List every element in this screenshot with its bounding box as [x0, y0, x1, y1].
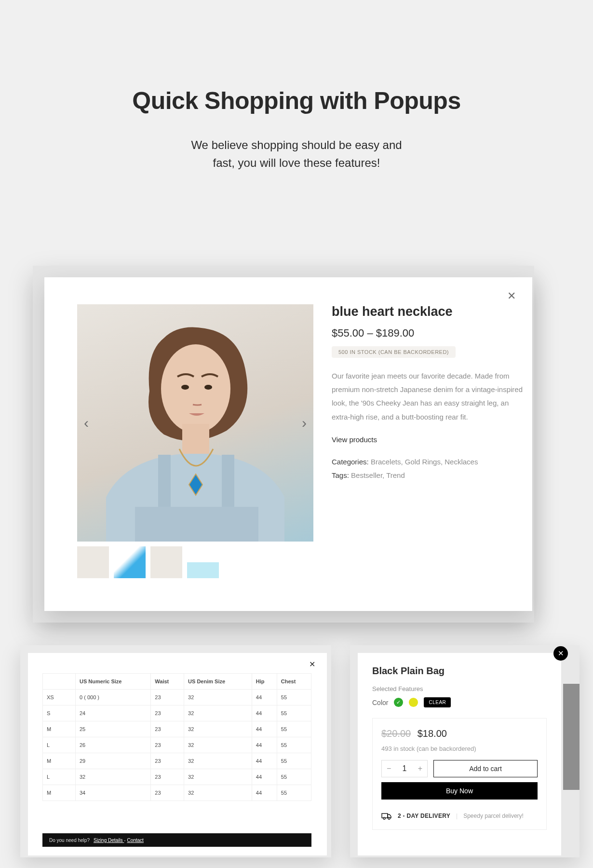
product-description: Our favorite jean meets our favorite dec… — [332, 369, 525, 424]
size-chart-header: US Numeric Size — [76, 674, 151, 690]
table-row: M2923324455 — [43, 753, 311, 769]
categories-list[interactable]: Bracelets, Gold Rings, Necklaces — [371, 458, 478, 466]
table-cell: 55 — [277, 785, 311, 801]
quickview-modal: ✕ — [44, 277, 532, 611]
svg-point-9 — [388, 817, 390, 819]
product-thumbnails — [77, 546, 219, 578]
size-chart-header: Waist — [151, 674, 184, 690]
svg-point-8 — [383, 817, 385, 819]
table-cell: 25 — [76, 721, 151, 737]
table-cell: 32 — [184, 721, 252, 737]
table-cell: 44 — [252, 721, 277, 737]
svg-rect-1 — [182, 424, 209, 458]
size-chart-header: Chest — [277, 674, 311, 690]
product-price: $55.00 – $189.00 — [332, 327, 525, 339]
table-cell: 44 — [252, 737, 277, 753]
background-strip — [563, 684, 580, 790]
table-cell: 44 — [252, 705, 277, 721]
table-row: L3223324455 — [43, 769, 311, 785]
thumbnail-4[interactable] — [187, 546, 219, 578]
table-row: M2523324455 — [43, 721, 311, 737]
product-name: blue heart necklace — [332, 304, 525, 319]
table-cell: 44 — [252, 690, 277, 705]
table-cell: 0 ( 000 ) — [76, 690, 151, 705]
carousel-next-icon[interactable]: › — [302, 415, 307, 431]
table-cell: 44 — [252, 785, 277, 801]
thumbnail-2[interactable] — [114, 546, 146, 578]
close-icon[interactable]: ✕ — [309, 660, 315, 669]
table-cell: 55 — [277, 753, 311, 769]
subtitle-line-2: fast, you will love these features! — [213, 156, 380, 169]
qty-value: 1 — [403, 764, 407, 773]
categories-label: Categories: — [332, 458, 371, 466]
table-cell: 32 — [184, 705, 252, 721]
old-price: $20.00 — [381, 728, 411, 739]
page-subtitle: We believe shopping should be easy and f… — [0, 136, 593, 172]
buy-now-button[interactable]: Buy Now — [381, 782, 538, 800]
table-cell: 32 — [184, 690, 252, 705]
thumbnail-1[interactable] — [77, 546, 109, 578]
color-row: Color ✓ CLEAR — [372, 697, 547, 707]
table-cell: 44 — [252, 769, 277, 785]
table-cell: 32 — [184, 753, 252, 769]
separator: | — [456, 813, 458, 819]
table-cell: 23 — [151, 785, 184, 801]
quantity-stepper[interactable]: − 1 + — [381, 760, 428, 777]
table-cell: 23 — [151, 753, 184, 769]
table-cell: 34 — [76, 785, 151, 801]
product-meta: Categories: Bracelets, Gold Rings, Neckl… — [332, 455, 525, 483]
color-label: Color — [372, 699, 388, 706]
color-swatch-green[interactable]: ✓ — [394, 698, 403, 707]
table-cell: M — [43, 721, 76, 737]
stock-badge: 500 IN STOCK (CAN BE BACKORDERED) — [332, 346, 456, 358]
table-cell: 32 — [76, 769, 151, 785]
sizechart-footer: Do you need help? Sizing Details - Conta… — [42, 833, 311, 847]
table-cell: 23 — [151, 721, 184, 737]
svg-point-3 — [204, 385, 212, 390]
svg-point-2 — [181, 385, 189, 390]
contact-link[interactable]: Contact — [127, 838, 143, 843]
thumbnail-3[interactable] — [150, 546, 182, 578]
table-cell: 23 — [151, 737, 184, 753]
add-to-cart-button[interactable]: Add to cart — [433, 760, 538, 777]
table-cell: 32 — [184, 785, 252, 801]
size-chart-table: US Numeric SizeWaistUS Denim SizeHipChes… — [42, 673, 311, 801]
tags-list[interactable]: Bestseller, Trend — [351, 471, 405, 479]
sizechart-background: ✕ US Numeric SizeWaistUS Denim SizeHipCh… — [20, 645, 331, 857]
quickview-background: ✕ — [33, 266, 534, 623]
table-cell: 44 — [252, 753, 277, 769]
table-cell: 24 — [76, 705, 151, 721]
table-cell: 32 — [184, 769, 252, 785]
table-cell: L — [43, 737, 76, 753]
cart-background: ✕ Black Plain Bag Selected Features Colo… — [350, 645, 580, 857]
qty-plus-icon[interactable]: + — [418, 764, 422, 773]
table-cell: M — [43, 785, 76, 801]
svg-rect-6 — [135, 507, 258, 542]
page-title: Quick Shopping with Popups — [0, 87, 593, 115]
qty-minus-icon[interactable]: − — [387, 764, 391, 773]
model-figure-illustration — [77, 304, 313, 542]
size-chart-header: US Denim Size — [184, 674, 252, 690]
table-cell: L — [43, 769, 76, 785]
sizing-details-link[interactable]: Sizing Details — [94, 838, 124, 843]
table-row: M3423324455 — [43, 785, 311, 801]
close-icon[interactable]: ✕ — [553, 646, 568, 661]
table-cell: XS — [43, 690, 76, 705]
clear-button[interactable]: CLEAR — [424, 697, 451, 707]
svg-rect-5 — [222, 455, 234, 513]
view-products-link[interactable]: View products — [332, 435, 525, 444]
table-cell: 55 — [277, 721, 311, 737]
product-main-image: ‹ › — [77, 304, 313, 542]
table-cell: 55 — [277, 769, 311, 785]
svg-point-0 — [161, 344, 230, 433]
table-cell: 23 — [151, 769, 184, 785]
cart-product-title: Black Plain Bag — [372, 665, 547, 677]
size-chart-header — [43, 674, 76, 690]
carousel-prev-icon[interactable]: ‹ — [84, 415, 89, 431]
table-cell: 26 — [76, 737, 151, 753]
color-swatch-yellow[interactable] — [409, 698, 418, 707]
selected-features-label: Selected Features — [372, 685, 547, 692]
cart-price: $20.00 $18.00 — [381, 728, 538, 739]
close-icon[interactable]: ✕ — [507, 290, 516, 302]
table-row: XS0 ( 000 )23324455 — [43, 690, 311, 705]
